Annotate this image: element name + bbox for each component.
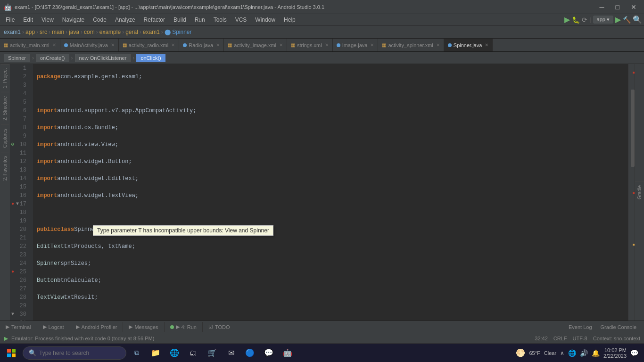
tab-close-strings[interactable]: ✕ — [325, 42, 329, 48]
tab-close-activity-image[interactable]: ✕ — [279, 42, 283, 48]
taskbar-store[interactable]: 🛒 — [204, 346, 221, 361]
profiler-tab[interactable]: ▶ Android Profiler — [70, 322, 124, 332]
app-selector[interactable]: app ▾ — [593, 16, 613, 24]
taskbar-edge[interactable]: 🌐 — [166, 346, 183, 361]
network-icon[interactable]: 🌐 — [568, 349, 576, 357]
tab-activity-spinner[interactable]: ▦ activity_spinner.xml ✕ — [378, 39, 444, 51]
menu-help[interactable]: Help — [280, 16, 299, 24]
taskbar-chrome[interactable]: 🔵 — [241, 346, 258, 361]
menu-file[interactable]: File — [2, 16, 18, 24]
taskbar-files[interactable]: 🗂 — [185, 346, 202, 361]
tab-activity-image[interactable]: ▦ activity_image.xml ✕ — [224, 39, 287, 51]
method-crumb-onclick[interactable]: onClick() — [136, 54, 165, 62]
svg-rect-1 — [12, 349, 16, 353]
method-crumb-oncreate[interactable]: onCreate() — [36, 54, 69, 62]
sidebar-tab-favorites[interactable]: 2: Favorites — [1, 152, 9, 184]
taskbar-app[interactable]: 🤖 — [279, 346, 296, 361]
volume-icon[interactable]: 🔊 — [580, 349, 588, 357]
menu-code[interactable]: Code — [89, 16, 110, 24]
menu-view[interactable]: View — [38, 16, 58, 24]
sidebar-tab-captures[interactable]: Captures — [1, 124, 9, 152]
tab-close-activity-main[interactable]: ✕ — [52, 42, 56, 48]
gutter-line-14: 14 — [10, 174, 29, 183]
sync-toolbar-icon[interactable]: ⟳ — [582, 16, 587, 24]
line-separator[interactable]: CRLF — [553, 336, 567, 341]
tab-activity-main[interactable]: ▦ activity_main.xml ✕ — [0, 39, 60, 51]
gutter-line-23: 23 — [10, 251, 29, 259]
breadcrumb-src[interactable]: src — [40, 29, 47, 35]
right-tab-gradle[interactable]: Gradle — [635, 181, 644, 203]
search-everywhere-icon[interactable]: 🔍 — [633, 15, 642, 24]
breadcrumb-app[interactable]: app — [25, 29, 35, 35]
breadcrumb-spinner-class[interactable]: ⬤ Spinner — [165, 29, 192, 35]
minimize-button[interactable]: ─ — [596, 2, 608, 12]
gutter-line-16: 16 — [10, 191, 29, 200]
tab-activity-radio[interactable]: ▦ activity_radio.xml ✕ — [119, 39, 179, 51]
scrollbar-thumb[interactable] — [631, 90, 635, 166]
sidebar-tab-structure[interactable]: 2: Structure — [1, 92, 9, 124]
code-editor[interactable]: package com.example.geral.exam1; import … — [33, 64, 628, 321]
menu-run[interactable]: Run — [191, 16, 209, 24]
breadcrumb-geral[interactable]: geral — [125, 29, 138, 35]
terminal-tab[interactable]: ▶ Terminal — [0, 322, 37, 332]
method-crumb-spinner[interactable]: Spinner — [4, 54, 30, 62]
method-crumb-onclick-listener[interactable]: new OnClickListener — [75, 54, 131, 62]
start-button[interactable] — [2, 346, 21, 361]
tab-xml-icon-5: ▦ — [382, 42, 386, 48]
tab-close-activity-spinner[interactable]: ✕ — [436, 42, 440, 48]
search-input[interactable] — [39, 350, 115, 356]
gutter-line-22: 22 — [10, 242, 29, 251]
messages-tab[interactable]: ▶ Messages — [123, 322, 164, 332]
menu-window[interactable]: Window — [251, 16, 279, 24]
taskbar-search[interactable]: 🔍 — [23, 346, 126, 360]
tab-close-spinner[interactable]: ✕ — [485, 42, 488, 48]
gradle-console-button[interactable]: Gradle Console — [597, 322, 640, 332]
clock[interactable]: 10:02 PM 2/22/2023 — [603, 347, 627, 359]
notification-icon[interactable]: 🔔 — [592, 349, 600, 357]
close-button[interactable]: ✕ — [627, 2, 640, 12]
run-tab[interactable]: ▶ 4: Run — [165, 322, 203, 332]
logcat-tab[interactable]: ▶ Logcat — [37, 322, 70, 332]
breadcrumb-example[interactable]: example — [99, 29, 121, 35]
maximize-button[interactable]: □ — [612, 2, 623, 12]
tab-close-mainactivity[interactable]: ✕ — [111, 42, 115, 48]
run-toolbar-icon[interactable]: ▶ — [564, 15, 570, 24]
svg-rect-2 — [7, 354, 11, 357]
build-button[interactable]: 🔨 — [623, 16, 631, 24]
tab-close-image[interactable]: ✕ — [370, 42, 374, 48]
tab-radio[interactable]: Radio.java ✕ — [179, 39, 224, 51]
menu-edit[interactable]: Edit — [19, 16, 37, 24]
breadcrumb-exam1[interactable]: exam1 — [4, 29, 21, 35]
debug-toolbar-icon[interactable]: 🐛 — [572, 16, 580, 24]
breadcrumb-com[interactable]: com — [84, 29, 95, 35]
system-tray-up-arrow[interactable]: ∧ — [560, 350, 564, 356]
taskbar-file-explorer[interactable]: 📁 — [147, 346, 164, 361]
taskbar-teams[interactable]: 💬 — [260, 346, 277, 361]
todo-tab[interactable]: ☑ TODO — [203, 322, 236, 332]
tab-mainactivity[interactable]: MainActivity.java ✕ — [60, 39, 119, 51]
tab-strings[interactable]: ▦ strings.xml ✕ — [287, 39, 333, 51]
run-button[interactable]: ▶ — [615, 15, 621, 24]
tab-close-activity-radio[interactable]: ✕ — [171, 42, 175, 48]
profiler-icon: ▶ — [76, 324, 80, 330]
menu-navigate[interactable]: Navigate — [58, 16, 88, 24]
menu-refactor[interactable]: Refactor — [140, 16, 169, 24]
menu-build[interactable]: Build — [170, 16, 190, 24]
event-log-button[interactable]: Event Log — [565, 322, 596, 332]
tab-close-radio[interactable]: ✕ — [216, 42, 220, 48]
menu-analyze[interactable]: Analyze — [111, 16, 139, 24]
notification-badge[interactable]: 💬 — [630, 349, 638, 357]
breadcrumb-java[interactable]: java — [69, 29, 79, 35]
tab-spinner-java[interactable]: Spinner.java ✕ — [444, 39, 493, 51]
menu-tools[interactable]: Tools — [210, 16, 231, 24]
taskbar-mail[interactable]: ✉ — [223, 346, 239, 361]
encoding[interactable]: UTF-8 — [573, 336, 587, 341]
menu-vcs[interactable]: VCS — [231, 16, 251, 24]
taskview-button[interactable]: ⧉ — [128, 346, 145, 361]
breadcrumb-main[interactable]: main — [52, 29, 64, 35]
breadcrumb-exam1-2[interactable]: exam1 — [143, 29, 160, 35]
right-scrollbar[interactable] — [628, 64, 635, 321]
tab-image[interactable]: Image.java ✕ — [333, 39, 379, 51]
cursor-position[interactable]: 32:42 — [535, 336, 548, 341]
sidebar-tab-project[interactable]: 1: Project — [1, 64, 9, 92]
